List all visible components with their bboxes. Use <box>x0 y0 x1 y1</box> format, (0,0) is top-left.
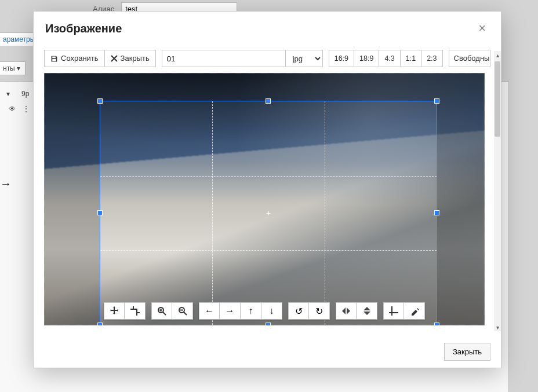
side-expand-arrow[interactable]: → <box>0 177 12 190</box>
ratio-free[interactable]: Свободны <box>449 50 490 67</box>
items-dropdown[interactable]: нты ▾ <box>0 61 26 75</box>
aspect-ratio-group: 16:9 18:9 4:3 1:1 2:3 <box>329 50 443 67</box>
tool-flip-horizontal[interactable] <box>336 302 357 320</box>
scrollbar[interactable]: ▴ ▾ <box>494 51 501 331</box>
flip-v-icon <box>362 306 372 316</box>
modal-close-x[interactable]: × <box>475 20 489 37</box>
image-editor-modal: Изображение × ▴ ▾ Сохранить Закрыть <box>33 11 501 368</box>
editor-bottom-toolbar: ← → ↑ ↓ ↺ ↻ <box>104 302 425 320</box>
extension-select[interactable]: jpg <box>286 50 323 67</box>
tool-clear[interactable] <box>404 302 425 320</box>
footer-close-button[interactable]: Закрыть <box>444 343 490 361</box>
crop-handle-ne[interactable] <box>434 98 439 104</box>
ratio-16-9[interactable]: 16:9 <box>329 50 354 67</box>
crop-select-icon <box>130 306 140 316</box>
tool-flip-vertical[interactable] <box>357 302 377 320</box>
close-button-top[interactable]: Закрыть <box>105 50 156 67</box>
crop-handle-s[interactable] <box>266 323 271 325</box>
clear-icon <box>410 306 419 316</box>
tool-zoom-in[interactable] <box>151 302 172 320</box>
arrow-up-icon: ↑ <box>249 306 253 316</box>
ratio-18-9[interactable]: 18:9 <box>354 50 379 67</box>
tool-move-up[interactable]: ↑ <box>241 302 261 320</box>
ratio-2-3[interactable]: 2:3 <box>421 50 442 67</box>
tool-rotate-cw[interactable]: ↻ <box>309 302 330 320</box>
grid-rows: 9p <box>21 90 29 98</box>
scroll-thumb[interactable] <box>495 61 500 137</box>
tool-crop-apply[interactable] <box>383 302 404 320</box>
rotate-ccw-icon: ↺ <box>295 306 303 317</box>
crop-handle-n[interactable] <box>266 98 271 104</box>
move-icon <box>110 306 119 316</box>
crop-box[interactable]: + <box>100 101 437 325</box>
zoom-out-icon <box>178 306 187 316</box>
scroll-down-icon[interactable]: ▾ <box>494 323 501 331</box>
save-button[interactable]: Сохранить <box>44 50 105 67</box>
tool-move-right[interactable]: → <box>220 302 241 320</box>
rotate-cw-icon: ↻ <box>315 306 323 317</box>
arrow-down-icon: ↓ <box>270 306 274 316</box>
save-icon <box>50 55 58 63</box>
zoom-in-icon <box>157 306 166 316</box>
ratio-4-3[interactable]: 4:3 <box>379 50 400 67</box>
crop-handle-w[interactable] <box>97 210 103 215</box>
tool-move-left[interactable]: ← <box>199 302 220 320</box>
modal-header: Изображение × <box>34 12 501 45</box>
modal-title: Изображение <box>45 22 122 35</box>
crop-center-icon: + <box>265 210 272 217</box>
crop-handle-e[interactable] <box>434 210 439 215</box>
modal-body: ▴ ▾ Сохранить Закрыть jpg <box>34 45 501 336</box>
ratio-1-1[interactable]: 1:1 <box>401 50 421 67</box>
image-canvas[interactable]: + <box>44 73 485 325</box>
arrow-left-icon: ← <box>205 306 214 316</box>
tool-rotate-ccw[interactable]: ↺ <box>288 302 309 320</box>
crop-handle-se[interactable] <box>434 323 439 325</box>
modal-footer: Закрыть <box>34 336 501 368</box>
crop-icon <box>389 306 398 316</box>
tool-move-down[interactable]: ↓ <box>261 302 282 320</box>
arrow-right-icon: → <box>226 306 235 316</box>
crop-handle-sw[interactable] <box>97 323 103 325</box>
tool-move[interactable] <box>104 302 125 320</box>
tool-crop-select[interactable] <box>125 302 146 320</box>
grid-caret[interactable]: ▾ <box>6 90 10 98</box>
filename-input[interactable] <box>162 50 286 67</box>
close-icon <box>111 55 118 62</box>
scroll-up-icon[interactable]: ▴ <box>494 51 501 59</box>
editor-top-toolbar: Сохранить Закрыть jpg 16:9 18:9 4:3 1:1 … <box>44 45 490 73</box>
crop-handle-nw[interactable] <box>97 98 103 104</box>
tool-zoom-out[interactable] <box>172 302 193 320</box>
flip-h-icon <box>341 306 351 316</box>
